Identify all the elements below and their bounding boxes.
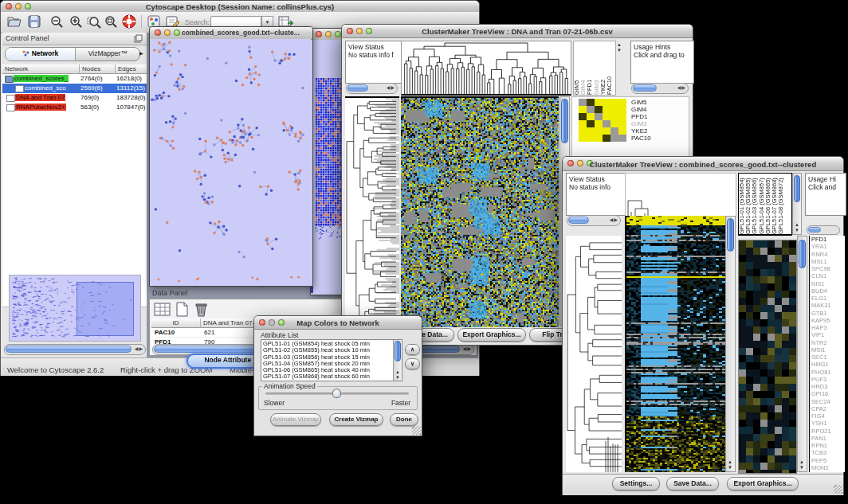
list-item[interactable]: HAP3 (811, 324, 845, 331)
list-item[interactable]: SEC24 (811, 398, 845, 405)
list-item[interactable]: GPL51-08 (GSM872) (778, 174, 784, 234)
settings-button[interactable]: Settings... (612, 477, 660, 490)
resize-grip[interactable] (412, 426, 421, 435)
row-dendrogram[interactable] (566, 236, 622, 472)
gene-list-scrollbar[interactable]: ▲▼ (797, 236, 807, 472)
dialog-titlebar[interactable]: Map Colors to Network (254, 316, 422, 330)
zoom-button[interactable] (174, 29, 180, 36)
open-folder-icon[interactable] (7, 15, 23, 29)
list-item[interactable]: PFD1 (811, 236, 845, 243)
float-panel-icon[interactable] (134, 34, 143, 43)
list-item[interactable]: PAC10 (631, 135, 651, 142)
heatmap-global[interactable] (625, 216, 725, 472)
speed-slider-thumb[interactable] (332, 389, 341, 398)
help-ring-icon[interactable] (122, 14, 137, 29)
list-item[interactable]: KAP95 (811, 317, 845, 324)
list-item[interactable]: YRA1 (811, 243, 845, 250)
done-button[interactable]: Done (390, 413, 418, 426)
list-item[interactable]: YSH1 (811, 420, 845, 427)
move-up-button[interactable]: ∧ (405, 344, 420, 355)
tab-overflow-button[interactable]: ▶ (139, 48, 145, 59)
export-graphics-button[interactable]: Export Graphics... (457, 328, 526, 342)
list-item[interactable]: SEC1 (811, 354, 845, 361)
animate-vizmap-button[interactable]: Animate Vizmap (270, 413, 321, 426)
list-item[interactable]: CLN1 (811, 272, 845, 279)
list-item[interactable]: RPO21 (811, 428, 845, 435)
zoom-in-icon[interactable] (69, 15, 84, 29)
minimize-button[interactable] (325, 31, 332, 37)
move-down-button[interactable]: ∨ (405, 358, 420, 369)
list-item[interactable]: GIM3 (631, 120, 651, 127)
heatmap-vscrollbar[interactable]: ▲▼ (725, 216, 736, 472)
list-item[interactable]: YKE2 (631, 127, 651, 135)
list-item[interactable]: HMG1 (811, 361, 845, 368)
list-item[interactable]: MON2 (811, 464, 845, 471)
network-overview[interactable] (9, 275, 141, 342)
minimize-button[interactable] (164, 29, 171, 36)
list-item[interactable]: PFD1 (631, 113, 651, 120)
list-item[interactable]: GTB1 (811, 310, 845, 317)
tab-network[interactable]: Network (6, 48, 76, 61)
export-graphics-button[interactable]: Export Graphics... (727, 477, 799, 490)
usage-hints-scrollbar[interactable]: ◀▶ (631, 83, 689, 94)
zoom-out-icon[interactable] (50, 15, 65, 29)
main-titlebar[interactable]: Cytoscape Desktop (Session Name: collins… (1, 1, 479, 13)
usage-hints-scrollbar[interactable] (807, 225, 840, 235)
list-item[interactable]: MAK31 (811, 302, 845, 309)
network-table-row[interactable]: RNAPuberNov2+563(0)107847(0) (2, 103, 147, 112)
heatmap-global[interactable] (401, 96, 559, 327)
row-dendrogram[interactable] (345, 96, 399, 327)
network-table-row[interactable]: combined_scores_2764(0)16218(0) (2, 74, 147, 84)
heatmap-zoom[interactable] (579, 99, 626, 142)
list-item[interactable]: CPA2 (811, 405, 845, 412)
attribute-list-scrollbar[interactable]: ▲▼ (393, 340, 402, 381)
list-item[interactable]: GPI16 (811, 390, 845, 397)
zoom-button[interactable] (335, 31, 341, 37)
list-item[interactable]: VIP1 (811, 331, 845, 338)
network-table-row[interactable]: combined_sco2569(6)13112(15) (2, 84, 147, 93)
list-item[interactable]: MSI1 (811, 346, 845, 354)
list-item[interactable]: ELG1 (811, 295, 845, 302)
list-item[interactable]: PAN1 (811, 435, 845, 442)
network2-canvas[interactable] (311, 40, 344, 293)
save-icon[interactable] (28, 15, 41, 29)
column-header-nodes[interactable]: Nodes (80, 64, 116, 74)
column-dendrogram[interactable] (401, 41, 571, 96)
tab-vizmapper[interactable]: VizMapper™ (76, 48, 139, 61)
list-item[interactable]: GIM5 (631, 99, 651, 106)
attribute-table-icon[interactable] (154, 302, 171, 317)
network-titlebar[interactable]: combined_scores_good.txt--cluste... (150, 27, 312, 40)
heatmap-zoom[interactable] (738, 240, 797, 474)
list-item[interactable]: PHO81 (811, 369, 845, 376)
save-data-button[interactable]: Save Data... (666, 477, 719, 490)
list-item[interactable]: RPN1 (811, 442, 845, 449)
close-button[interactable] (155, 29, 161, 36)
close-button[interactable] (316, 31, 322, 37)
zoom-fit-icon[interactable] (104, 15, 119, 29)
label-scroll-arrows[interactable]: ▲▼ (617, 42, 622, 53)
list-item[interactable]: MSL1 (811, 258, 845, 265)
column-header-edges[interactable]: Edges (116, 64, 147, 74)
column-label-scrollbar[interactable]: ▲▼ (792, 173, 802, 235)
column-dendrogram[interactable] (625, 173, 736, 217)
view-status-scrollbar[interactable]: ◀▶ (567, 215, 621, 226)
search-input[interactable] (210, 16, 261, 27)
new-attribute-icon[interactable] (175, 302, 190, 317)
overview-scrollbar[interactable]: ◀▶ (4, 344, 146, 355)
data-column-id[interactable]: ID (151, 318, 201, 328)
list-item[interactable]: NTR2 (811, 339, 845, 346)
network-canvas[interactable] (150, 39, 311, 284)
delete-attribute-icon[interactable] (194, 302, 208, 317)
list-item[interactable]: PUF3 (811, 376, 845, 383)
resize-grip[interactable] (834, 485, 842, 494)
create-vizmap-button[interactable]: Create Vizmap (329, 413, 383, 426)
list-item[interactable]: GPL51-07 (GSM868) heat shock 60 min (263, 373, 393, 380)
list-item[interactable]: PEP5 (811, 457, 845, 464)
list-item[interactable]: BUD4 (811, 287, 845, 295)
list-item[interactable]: HRD3 (811, 383, 845, 390)
list-item[interactable]: NIS1 (811, 280, 845, 287)
view-status-scrollbar[interactable]: ◀▶ (346, 83, 398, 94)
list-item[interactable]: RNR4 (811, 251, 845, 258)
list-item[interactable]: FIG4 (811, 412, 845, 420)
treeview1-titlebar[interactable]: ClusterMaker TreeView : DNA and Tran 07-… (342, 25, 693, 38)
